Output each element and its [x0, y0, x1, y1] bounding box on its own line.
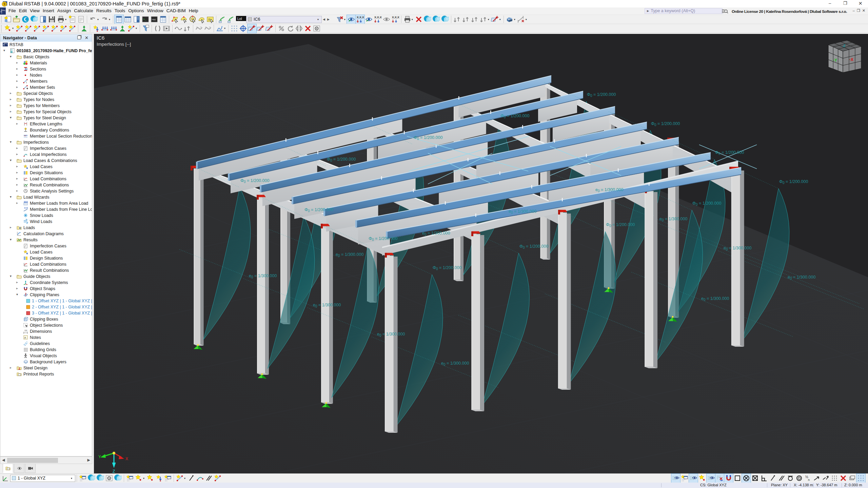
svg-text:-X: -X [849, 57, 853, 62]
svg-text:X.X.X: X.X.X [392, 16, 399, 19]
svg-text:e0 = 1/300.000: e0 = 1/300.000 [659, 217, 687, 222]
svg-text:±: ± [208, 18, 210, 21]
svg-text:X.X.X: X.X.X [357, 16, 364, 19]
svg-text:e0 = 1/300.000: e0 = 1/300.000 [788, 275, 815, 280]
svg-text:Imperfections [--]: Imperfections [--] [97, 42, 131, 47]
svg-text:xx: xx [24, 135, 26, 137]
svg-text:X: X [125, 456, 128, 461]
svg-text:A: A [24, 336, 26, 339]
svg-text:Y: Y [98, 454, 101, 459]
svg-text:I: I [26, 81, 27, 84]
svg-text:e0 = 1/300.000: e0 = 1/300.000 [336, 252, 363, 258]
svg-text:>_: >_ [143, 18, 146, 21]
svg-text:e0 = 1/300.000: e0 = 1/300.000 [595, 187, 623, 193]
svg-text:XX: XX [24, 329, 27, 332]
svg-text:e0 = 1/300.000: e0 = 1/300.000 [249, 273, 277, 279]
svg-text:>sc: >sc [152, 18, 156, 21]
svg-text:-Y: -Y [833, 58, 837, 63]
svg-text:X.X.X: X.X.X [374, 16, 382, 19]
svg-text:e0 = 1/300.000: e0 = 1/300.000 [724, 246, 751, 251]
svg-text:LoI: LoI [237, 17, 242, 21]
svg-text:n: n [808, 478, 810, 482]
svg-text:9: 9 [3, 2, 5, 6]
svg-text:IC6: IC6 [97, 35, 104, 41]
svg-text:e0 = 1/300.000: e0 = 1/300.000 [313, 303, 341, 308]
svg-text:-Z: -Z [842, 44, 845, 48]
svg-text:e0 = 1/300.000: e0 = 1/300.000 [377, 332, 405, 337]
svg-text:Z: Z [113, 469, 115, 473]
svg-text:e0 = 1/300.000: e0 = 1/300.000 [441, 361, 469, 366]
svg-text:e0 = 1/300.000: e0 = 1/300.000 [422, 231, 450, 236]
svg-text:e0 = 1/300.000: e0 = 1/300.000 [701, 296, 729, 302]
svg-text:e0 = 1/300.000: e0 = 1/300.000 [509, 209, 536, 215]
